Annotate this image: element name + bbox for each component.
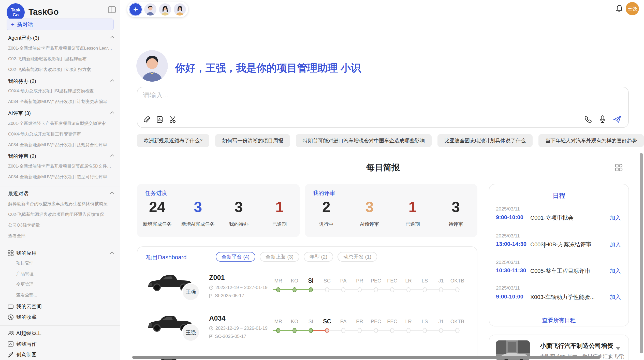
list-item[interactable]: C02-飞腾新能源轻客改款项目里程碑画布 [8,56,113,62]
stat-overdue: 1已逾期 [259,200,300,228]
project-dashboard-card: 项目Dashboard 全新平台 (4) 全新上装 (3) 年型 (2) 动总开… [137,246,477,360]
list-item[interactable]: A034-全新新能源MUV产品开发项目法规符合性评审 [8,142,113,148]
flag-icon [209,294,213,298]
clock-icon [209,326,213,331]
tab-model-year[interactable]: 年型 (2) [304,252,333,262]
stat-ai-prereview: 3AI预评审 [348,200,391,228]
horizontal-scrollbar[interactable] [132,356,600,359]
image-icon[interactable] [156,116,163,123]
join-event-link[interactable]: 加入 [610,214,621,222]
suggestion-chip[interactable]: 当下年轻人对汽车外观有怎样的喜好趋势 [538,134,644,147]
schedule-card: 日程 2025/03/11 9:00-10:00 C001-立项审批会 加入 2… [489,184,629,326]
briefing-layout-icon[interactable] [614,163,624,172]
sidebar-item-cloud-space[interactable]: 我的云空间 [16,303,42,310]
chevron-up-icon[interactable] [110,79,114,82]
event-date: 2025/03/11 [496,233,520,239]
sidebar-collapse-icon[interactable] [108,6,116,13]
suggestion-chips: 欧洲新规最近颁布了什么? 如何写一份清晰的项目周报 特朗普可能对进口汽车增税会对… [137,134,644,147]
new-chat-label: 新对话 [17,21,33,28]
list-item[interactable]: A034-全新新能源MUV产品开发项目造型可行性评审 [8,174,113,180]
stat-pending-review: 3待评审 [434,200,477,228]
sidebar-item-help-writing[interactable]: 帮我写作 [16,341,37,348]
list-item[interactable]: A034-全新新能源MUV产品开发项目计划变更表编写 [8,99,113,104]
suggestion-chip[interactable]: 欧洲新规最近颁布了什么? [137,134,209,147]
milestone-labels: MRKOSISCPAPRPECFECLRLSJ1OKTB [270,318,465,325]
sidebar-item-my-apps[interactable]: 我的应用 [16,250,37,257]
scroll-down-arrow-icon[interactable] [616,347,621,350]
view-all-chats-link[interactable]: 查看全部... [8,233,113,239]
section-my-review[interactable]: 我的评审 (2) [8,153,36,160]
user-avatar[interactable]: 王强 [626,2,639,15]
view-all-schedule-link[interactable]: 查看所有日程 [489,317,628,324]
list-item[interactable]: 公司Q3轻卡销量 [8,222,113,228]
scroll-right-arrow-icon[interactable] [609,355,612,359]
microphone-icon[interactable] [599,115,606,123]
event-name: X003-车辆动力学性能验... [530,293,595,301]
suggestion-chip[interactable]: 特朗普可能对进口汽车增税会对中国车企造成哪些影响 [296,134,432,147]
suggestion-chip[interactable]: 如何写一份清晰的项目周报 [215,134,290,147]
list-item[interactable]: C0X4-动力总成开发项目工程变更评审 [8,131,113,137]
flag-icon [209,334,213,339]
list-item[interactable]: C0X4-动力总成开发项目SI里程碑提交物检查 [8,88,113,94]
join-event-link[interactable]: 加入 [610,267,621,275]
agent-avatar-2[interactable] [159,3,171,16]
chat-input[interactable] [143,91,575,106]
milestone-track [270,287,465,292]
divider [0,187,120,187]
project-row[interactable]: 王强 Z001 2023-12-19 ~ 2027-01-19 SI-2025-… [137,270,477,310]
sidebar-item-favorites[interactable]: 我的收藏 [16,314,37,321]
phone-icon[interactable] [584,115,592,123]
add-agent-button[interactable]: + [129,3,142,16]
join-event-link[interactable]: 加入 [610,293,621,301]
vertical-scrollbar[interactable] [640,153,643,353]
assistant-avatar [136,50,168,82]
send-icon[interactable] [613,115,622,123]
section-recent-chats[interactable]: 最近对话 [8,190,28,197]
list-item[interactable]: Z001-全新燃油轻卡产品开发项目SI造型提交物评审 [8,121,113,126]
sidebar-item-change-mgmt[interactable]: 变更管理 [16,281,113,287]
join-event-link[interactable]: 加入 [610,241,621,248]
schedule-title: 日程 [489,191,628,200]
divider [496,230,622,230]
my-review-title: 我的评审 [313,189,335,197]
sidebar-item-project-mgmt[interactable]: 项目管理 [16,260,113,266]
sidebar-item-product-mgmt[interactable]: 产品管理 [16,271,113,277]
view-all-apps-link[interactable]: 查看全部... [16,292,113,298]
tab-powertrain[interactable]: 动总开发 (1) [338,252,377,262]
section-my-todo[interactable]: 我的待办 (2) [8,78,36,85]
daily-briefing-title: 每日简报 [137,162,629,173]
sidebar-item-ai-staff[interactable]: AI超级员工 [16,330,41,337]
chevron-up-icon[interactable] [110,36,114,39]
event-date: 2025/03/11 [496,206,520,212]
list-item[interactable]: Z001-全新燃油轻卡产品开发项目SI节点属性5D文件评审 [8,163,113,169]
sidebar-item-creative-drawing[interactable]: 创意制图 [16,351,37,358]
tab-new-body[interactable]: 全新上装 (3) [260,252,299,262]
tab-new-platform[interactable]: 全新平台 (4) [216,252,255,262]
scissors-icon[interactable] [169,116,177,123]
notification-bell-icon[interactable] [616,5,623,13]
agent-avatar-1[interactable] [144,3,156,16]
event-time: 9:00-10:00 [496,293,523,300]
stat-new-ai-done: 3新增AI完成任务 [178,200,218,228]
logo-text-top: Task [11,8,21,12]
list-item[interactable]: Z001-全新燃油皮卡产品开发项目SI节点Lesson Learn报告 [8,45,113,51]
agent-avatar-3[interactable] [174,3,186,16]
chevron-up-icon[interactable] [110,111,114,114]
news-title: 小鹏飞行汽车制造公司增资 [540,342,613,350]
list-item[interactable]: 解释最新出台的欧盟报废车法规再生塑料比例被调至15%... [8,201,113,207]
stat-in-progress: 2进行中 [305,200,348,228]
attachment-icon[interactable] [143,116,150,123]
chevron-up-icon[interactable] [110,191,114,194]
divider [0,244,120,244]
new-chat-button[interactable]: + 新对话 [7,19,114,30]
list-item[interactable]: C02-飞腾新能源轻客改款项目的闭环通告反馈情况 [8,212,113,217]
list-item[interactable]: C02-飞腾新能源轻客改款项目立项汇报方案 [8,67,113,72]
section-agent-done[interactable]: Agent已办 (3) [8,35,39,41]
event-time: 9:00-10:00 [496,214,523,221]
suggestion-chip[interactable]: 比亚迪全固态电池计划具体说了什么 [437,134,533,147]
logo-text-bottom: Go [13,12,19,17]
chevron-up-icon[interactable] [110,154,114,157]
project-row[interactable]: 王强 A034 2023-12-19 ~ 2026-01-19 SC-2025-… [137,310,477,351]
chevron-up-icon[interactable] [110,251,114,254]
section-ai-review[interactable]: AI评审 (3) [8,110,31,117]
